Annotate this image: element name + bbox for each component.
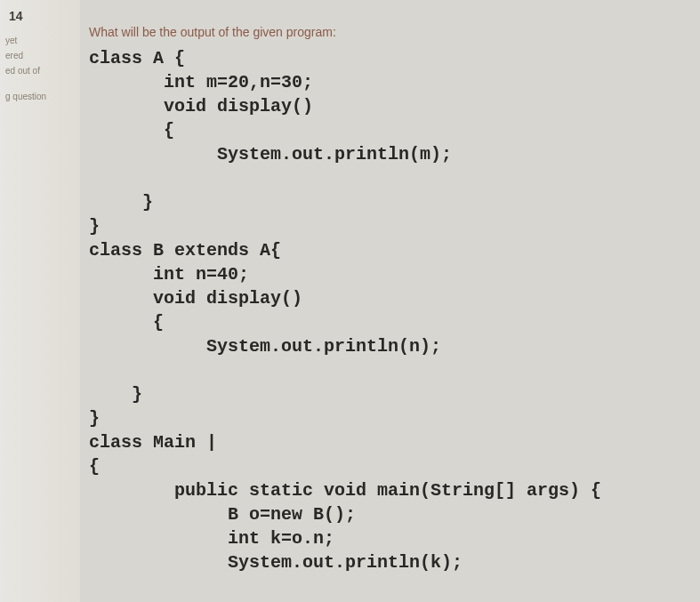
- sidebar-text-3: ed out of: [4, 66, 76, 76]
- code-block: class A { int m=20,n=30; void display() …: [89, 46, 685, 602]
- content-area: What will be the output of the given pro…: [89, 25, 685, 602]
- sidebar-text-1: yet: [4, 36, 76, 45]
- sidebar-text-4: g question: [4, 92, 76, 101]
- sidebar-text-2: ered: [4, 51, 76, 60]
- question-prompt: What will be the output of the given pro…: [89, 25, 685, 39]
- sidebar: 14 yet ered ed out of g question: [0, 0, 80, 602]
- question-number: 14: [4, 9, 76, 23]
